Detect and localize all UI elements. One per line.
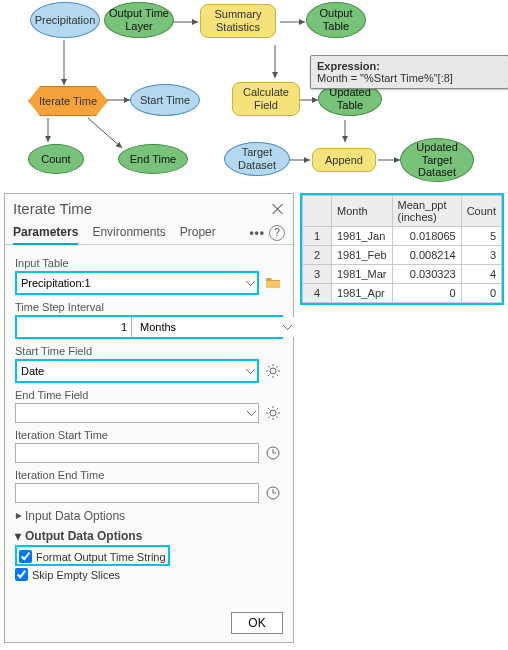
svg-line-28 — [277, 408, 279, 410]
node-append[interactable]: Append — [312, 148, 376, 172]
close-icon[interactable] — [271, 202, 285, 216]
node-label: Target Dataset — [229, 146, 285, 171]
svg-line-25 — [268, 408, 270, 410]
col-mean[interactable]: Mean_ppt (inches) — [392, 196, 461, 227]
node-label: Iterate Time — [39, 95, 97, 108]
svg-line-26 — [277, 417, 279, 419]
end-field-select[interactable] — [15, 403, 259, 423]
node-label: Updated Target Dataset — [405, 141, 469, 179]
tooltip-expression: Month = "%Start Time%"[:8] — [317, 72, 453, 84]
tool-panel: Iterate Time Parameters Environments Pro… — [4, 193, 294, 643]
checkbox-format-output-time[interactable]: Format Output Time String — [19, 550, 166, 563]
node-label: Output Time Layer — [109, 7, 169, 32]
step-unit-select[interactable] — [136, 317, 294, 337]
browse-icon[interactable] — [263, 273, 283, 293]
iter-end-input[interactable] — [15, 483, 259, 503]
table-corner — [303, 196, 332, 227]
clock-icon[interactable] — [263, 483, 283, 503]
help-icon[interactable]: ? — [269, 225, 285, 241]
table-row[interactable]: 3 1981_Mar 0.030323 4 — [303, 265, 502, 284]
svg-line-19 — [277, 366, 279, 368]
label-step-interval: Time Step Interval — [15, 301, 283, 313]
node-end-time[interactable]: End Time — [118, 144, 188, 174]
highlight-input-table — [15, 271, 259, 295]
svg-point-20 — [270, 410, 276, 416]
table-row[interactable]: 2 1981_Feb 0.008214 3 — [303, 246, 502, 265]
node-output-table[interactable]: Output Table — [306, 2, 366, 38]
node-label: Updated Table — [323, 86, 377, 111]
node-label: Calculate Field — [237, 86, 295, 111]
svg-line-17 — [277, 375, 279, 377]
node-output-time-layer[interactable]: Output Time Layer — [104, 2, 174, 38]
step-value-input[interactable] — [17, 317, 132, 337]
checkbox-skip-empty-input[interactable] — [15, 568, 28, 581]
node-label: Summary Statistics — [205, 8, 271, 33]
svg-line-16 — [268, 366, 270, 368]
tab-environments[interactable]: Environments — [92, 221, 165, 244]
chevron-right-icon: ▾ — [11, 513, 25, 519]
node-label: End Time — [130, 153, 176, 166]
node-label: Append — [325, 154, 363, 167]
node-calculate-field[interactable]: Calculate Field — [232, 82, 300, 116]
input-table-select[interactable] — [17, 273, 257, 293]
svg-line-18 — [268, 375, 270, 377]
result-table: Month Mean_ppt (inches) Count 1 1981_Jan… — [300, 193, 504, 305]
col-month[interactable]: Month — [332, 196, 393, 227]
node-target-dataset[interactable]: Target Dataset — [224, 142, 290, 176]
section-input-data-options[interactable]: ▾Input Data Options — [15, 509, 283, 523]
gear-icon[interactable] — [263, 361, 283, 381]
highlight-step-interval — [15, 315, 283, 339]
node-label: Start Time — [140, 94, 190, 107]
node-label: Count — [41, 153, 70, 166]
checkbox-format-output-time-input[interactable] — [19, 550, 32, 563]
svg-point-11 — [270, 368, 276, 374]
tab-parameters[interactable]: Parameters — [13, 221, 78, 245]
more-icon[interactable]: ••• — [249, 226, 265, 240]
iter-start-input[interactable] — [15, 443, 259, 463]
panel-title: Iterate Time — [13, 200, 92, 217]
col-count[interactable]: Count — [461, 196, 501, 227]
table-row[interactable]: 1 1981_Jan 0.018065 5 — [303, 227, 502, 246]
node-precipitation[interactable]: Precipitation — [30, 2, 100, 38]
label-start-field: Start Time Field — [15, 345, 283, 357]
tooltip-title: Expression: — [317, 60, 380, 72]
gear-icon[interactable] — [263, 403, 283, 423]
tab-properties[interactable]: Proper — [180, 221, 216, 244]
node-start-time[interactable]: Start Time — [130, 84, 200, 116]
svg-line-27 — [268, 417, 270, 419]
node-iterate-time[interactable]: Iterate Time — [28, 86, 108, 116]
node-updated-target-dataset[interactable]: Updated Target Dataset — [400, 138, 474, 182]
label-end-field: End Time Field — [15, 389, 283, 401]
clock-icon[interactable] — [263, 443, 283, 463]
node-label: Output Table — [311, 7, 361, 32]
chevron-down-icon: ▾ — [15, 529, 21, 543]
highlight-format-output: Format Output Time String — [15, 545, 170, 566]
label-iter-start: Iteration Start Time — [15, 429, 283, 441]
svg-line-7 — [88, 118, 122, 148]
ok-button[interactable]: OK — [231, 612, 283, 634]
checkbox-skip-empty[interactable]: Skip Empty Slices — [15, 568, 283, 581]
highlight-start-field — [15, 359, 259, 383]
panel-tabs: Parameters Environments Proper ••• ? — [5, 221, 293, 245]
start-field-select[interactable] — [17, 361, 257, 381]
node-summary-statistics[interactable]: Summary Statistics — [200, 4, 276, 38]
label-iter-end: Iteration End Time — [15, 469, 283, 481]
label-input-table: Input Table — [15, 257, 283, 269]
node-label: Precipitation — [35, 14, 96, 27]
node-count[interactable]: Count — [28, 144, 84, 174]
expression-tooltip: Expression: Month = "%Start Time%"[:8] — [310, 55, 508, 89]
table-row[interactable]: 4 1981_Apr 0 0 — [303, 284, 502, 303]
section-output-data-options[interactable]: ▾Output Data Options — [15, 529, 283, 543]
